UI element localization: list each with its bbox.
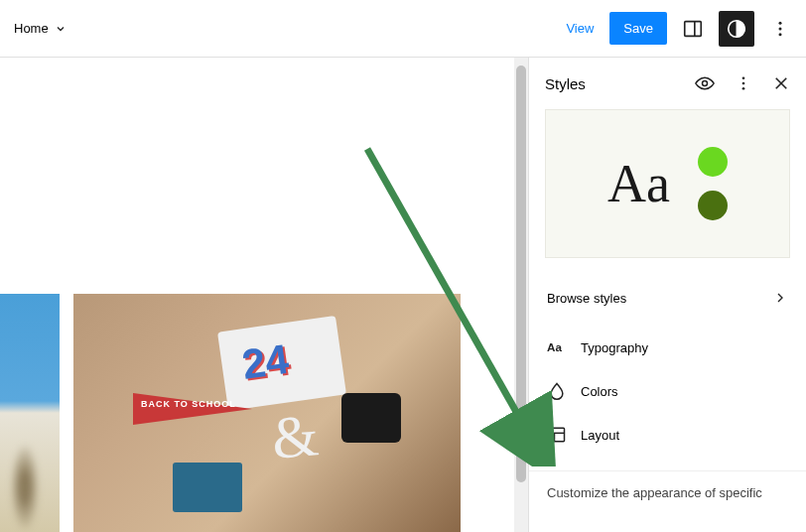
style-preview[interactable]: Aa <box>545 109 790 258</box>
ampersand-decor: & <box>269 401 322 473</box>
main-area: 24 BACK TO SCHOOL & Styles Aa <box>0 58 806 532</box>
sidebar-header: Styles <box>529 58 806 107</box>
svg-point-7 <box>742 76 745 79</box>
editor-canvas[interactable]: 24 BACK TO SCHOOL & <box>0 58 528 532</box>
kebab-icon[interactable] <box>735 74 752 92</box>
svg-point-4 <box>779 27 782 30</box>
sidebar-footer-text: Customize the appearance of specific <box>529 470 806 500</box>
browse-styles-row[interactable]: Browse styles <box>529 276 806 320</box>
style-categories: Aa Typography Colors Layout <box>529 320 806 463</box>
pennant-text: BACK TO SCHOOL <box>141 399 236 409</box>
panel-icon <box>682 18 704 40</box>
gallery-image[interactable]: 24 BACK TO SCHOOL & <box>73 294 461 532</box>
chevron-right-icon <box>772 290 788 306</box>
colors-label: Colors <box>581 384 618 399</box>
typography-icon: Aa <box>547 337 567 357</box>
typography-label: Typography <box>581 340 648 355</box>
styles-toggle-button[interactable] <box>719 11 754 47</box>
save-button[interactable]: Save <box>609 12 667 45</box>
svg-point-5 <box>779 33 782 36</box>
top-bar: Home View Save <box>0 0 806 58</box>
sidebar-header-actions <box>695 73 790 93</box>
close-icon[interactable] <box>772 74 790 92</box>
page-label: Home <box>14 21 49 36</box>
camera-decor <box>341 393 401 443</box>
color-swatch-light <box>698 147 728 177</box>
top-actions: View Save <box>558 11 798 47</box>
preview-sample-text: Aa <box>607 153 670 214</box>
scrollbar-thumb[interactable] <box>516 66 526 482</box>
view-link[interactable]: View <box>558 15 602 42</box>
layout-label: Layout <box>581 428 619 443</box>
canvas-scrollbar[interactable] <box>514 58 528 532</box>
image-gallery: 24 BACK TO SCHOOL & <box>0 294 461 532</box>
sidebar-title: Styles <box>545 75 586 92</box>
svg-point-3 <box>779 21 782 24</box>
more-menu-button[interactable] <box>762 11 798 47</box>
droplet-icon <box>547 381 567 401</box>
gallery-image[interactable] <box>0 294 60 532</box>
chevron-down-icon <box>55 23 67 35</box>
book-decor <box>173 463 242 512</box>
shirt-number: 24 <box>239 335 292 389</box>
page-selector[interactable]: Home <box>8 21 67 36</box>
svg-rect-13 <box>550 428 565 441</box>
color-swatch-dark <box>698 191 728 220</box>
typography-item[interactable]: Aa Typography <box>529 326 806 369</box>
colors-item[interactable]: Colors <box>529 369 806 413</box>
styles-sidebar: Styles Aa Browse styles Aa Typography <box>528 58 806 532</box>
svg-point-8 <box>742 82 745 85</box>
svg-point-6 <box>703 81 708 86</box>
svg-text:Aa: Aa <box>547 340 562 353</box>
contrast-icon <box>726 18 747 40</box>
svg-point-9 <box>742 87 745 90</box>
svg-rect-0 <box>685 21 702 36</box>
preview-color-dots <box>698 147 728 220</box>
layout-item[interactable]: Layout <box>529 413 806 457</box>
kebab-icon <box>770 19 790 39</box>
pennant-shape <box>133 393 252 425</box>
sidebar-toggle-button[interactable] <box>675 11 711 47</box>
eye-icon[interactable] <box>695 73 715 93</box>
layout-icon <box>547 425 567 445</box>
browse-styles-label: Browse styles <box>547 291 626 306</box>
